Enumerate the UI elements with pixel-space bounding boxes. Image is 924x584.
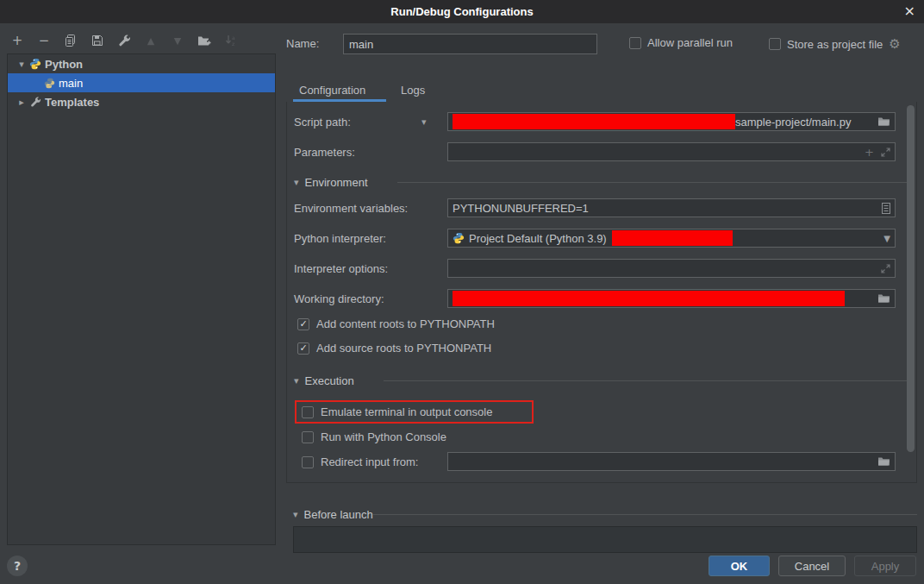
run-python-console-checkbox[interactable]: Run with Python Console xyxy=(302,430,446,443)
python-icon xyxy=(28,57,42,71)
dialog-titlebar: Run/Debug Configurations × xyxy=(0,0,924,23)
environment-variables-field[interactable]: PYTHONUNBUFFERED=1 xyxy=(447,198,896,217)
tab-logs[interactable]: Logs xyxy=(401,84,425,97)
store-as-project-file-label: Store as project file xyxy=(787,38,883,51)
move-up-icon: ▲ xyxy=(144,34,158,47)
working-directory-field[interactable] xyxy=(447,289,896,308)
tree-item-main[interactable]: main xyxy=(8,73,275,92)
browse-folder-icon[interactable] xyxy=(877,456,890,467)
interpreter-options-field[interactable] xyxy=(447,259,896,278)
redirect-input-field[interactable] xyxy=(447,452,896,471)
environment-section-header[interactable]: ▾ Environment xyxy=(294,176,368,189)
svg-text:a: a xyxy=(232,35,235,41)
before-launch-section-header[interactable]: ▾ Before launch xyxy=(293,508,373,521)
script-path-value: sample-project/main.py xyxy=(735,116,851,129)
edit-templates-icon[interactable] xyxy=(117,34,131,47)
apply-button[interactable]: Apply xyxy=(854,556,916,576)
copy-configuration-icon[interactable] xyxy=(64,34,78,47)
script-path-dropdown-icon[interactable]: ▾ xyxy=(421,116,427,128)
emulate-terminal-label: Emulate terminal in output console xyxy=(321,405,492,418)
tree-item-label: Templates xyxy=(45,96,99,109)
allow-parallel-run-checkbox[interactable]: Allow parallel run xyxy=(629,36,733,49)
configurations-tree: ▾ Python main ▸ Templates xyxy=(7,53,276,545)
vertical-scrollbar[interactable] xyxy=(907,105,915,452)
script-path-label: Script path: xyxy=(294,116,351,129)
execution-section-label: Execution xyxy=(305,374,354,387)
python-icon xyxy=(453,232,465,244)
section-divider xyxy=(384,380,911,381)
tree-item-label: main xyxy=(59,77,83,90)
cancel-button[interactable]: Cancel xyxy=(778,556,846,576)
help-button[interactable]: ? xyxy=(7,556,28,576)
parameters-label: Parameters: xyxy=(294,146,355,159)
tab-configuration[interactable]: Configuration xyxy=(299,84,365,97)
expand-field-icon[interactable] xyxy=(881,264,890,273)
save-configuration-icon[interactable] xyxy=(91,34,104,47)
checkbox-checked-icon[interactable]: ✓ xyxy=(297,342,309,355)
new-folder-icon[interactable] xyxy=(197,34,211,47)
close-icon[interactable]: × xyxy=(904,3,915,19)
name-label: Name: xyxy=(286,37,319,50)
before-launch-task-list[interactable] xyxy=(293,526,917,553)
environment-variables-value: PYTHONUNBUFFERED=1 xyxy=(453,202,589,215)
add-source-roots-label: Add source roots to PYTHONPATH xyxy=(316,342,491,355)
wrench-icon xyxy=(28,95,42,109)
checkbox-icon[interactable] xyxy=(769,38,781,50)
edit-variables-icon[interactable] xyxy=(882,203,890,214)
browse-folder-icon[interactable] xyxy=(877,116,890,127)
configurations-toolbar: + − ▲ ▼ az xyxy=(10,30,238,51)
python-interpreter-select[interactable]: Project Default (Python 3.9) ▼ xyxy=(447,229,896,248)
checkbox-icon[interactable] xyxy=(302,431,314,443)
sort-configurations-icon: az xyxy=(224,34,238,47)
configuration-panel: Script path: ▾ sample-project/main.py Pa… xyxy=(286,102,917,483)
collapse-icon[interactable]: ▾ xyxy=(294,177,299,188)
collapse-icon[interactable]: ▾ xyxy=(294,375,299,386)
before-launch-label: Before launch xyxy=(304,508,373,521)
tree-item-templates[interactable]: ▸ Templates xyxy=(8,92,275,111)
redacted-interpreter-segment xyxy=(612,230,733,246)
run-python-console-label: Run with Python Console xyxy=(321,430,446,443)
redacted-path-segment xyxy=(453,291,845,306)
chevron-right-icon[interactable]: ▸ xyxy=(15,97,28,108)
working-directory-label: Working directory: xyxy=(294,292,384,305)
remove-configuration-icon[interactable]: − xyxy=(37,34,51,47)
redirect-input-checkbox[interactable]: Redirect input from: xyxy=(302,455,418,468)
add-configuration-icon[interactable]: + xyxy=(10,34,24,47)
section-divider xyxy=(372,514,917,515)
name-input[interactable] xyxy=(343,34,597,54)
tree-item-python[interactable]: ▾ Python xyxy=(8,54,275,73)
parameters-field[interactable]: + xyxy=(447,142,896,161)
dropdown-arrow-icon[interactable]: ▼ xyxy=(883,234,890,243)
checkbox-icon[interactable] xyxy=(302,456,314,468)
environment-section-label: Environment xyxy=(305,176,368,189)
collapse-icon[interactable]: ▾ xyxy=(293,509,298,520)
execution-section-header[interactable]: ▾ Execution xyxy=(294,374,354,387)
script-path-field[interactable]: sample-project/main.py xyxy=(447,112,896,131)
checkbox-icon[interactable] xyxy=(629,37,641,49)
move-down-icon: ▼ xyxy=(171,34,184,47)
section-divider xyxy=(397,182,911,183)
add-content-roots-checkbox[interactable]: ✓ Add content roots to PYTHONPATH xyxy=(297,317,495,330)
environment-variables-label: Environment variables: xyxy=(294,202,408,215)
emulate-terminal-checkbox[interactable]: Emulate terminal in output console xyxy=(302,405,492,418)
store-as-project-file-checkbox[interactable]: Store as project file ⚙ xyxy=(769,36,901,52)
ok-button[interactable]: OK xyxy=(709,556,770,576)
tree-item-label: Python xyxy=(45,58,83,71)
redirect-input-label: Redirect input from: xyxy=(321,455,418,468)
gear-icon[interactable]: ⚙ xyxy=(889,36,900,52)
redacted-path-segment xyxy=(453,114,735,129)
add-content-roots-label: Add content roots to PYTHONPATH xyxy=(316,317,495,330)
dialog-title: Run/Debug Configurations xyxy=(390,5,533,18)
checkbox-icon[interactable] xyxy=(302,406,314,418)
expand-field-icon[interactable] xyxy=(881,148,890,157)
chevron-down-icon[interactable]: ▾ xyxy=(15,59,28,70)
checkbox-checked-icon[interactable]: ✓ xyxy=(297,318,309,330)
interpreter-options-label: Interpreter options: xyxy=(294,262,388,275)
python-interpreter-value: Project Default (Python 3.9) xyxy=(469,232,607,245)
add-macro-icon[interactable]: + xyxy=(865,146,874,159)
python-icon xyxy=(42,76,56,90)
browse-folder-icon[interactable] xyxy=(877,293,890,304)
allow-parallel-run-label: Allow parallel run xyxy=(647,36,733,49)
add-source-roots-checkbox[interactable]: ✓ Add source roots to PYTHONPATH xyxy=(297,342,491,355)
python-interpreter-label: Python interpreter: xyxy=(294,232,386,245)
